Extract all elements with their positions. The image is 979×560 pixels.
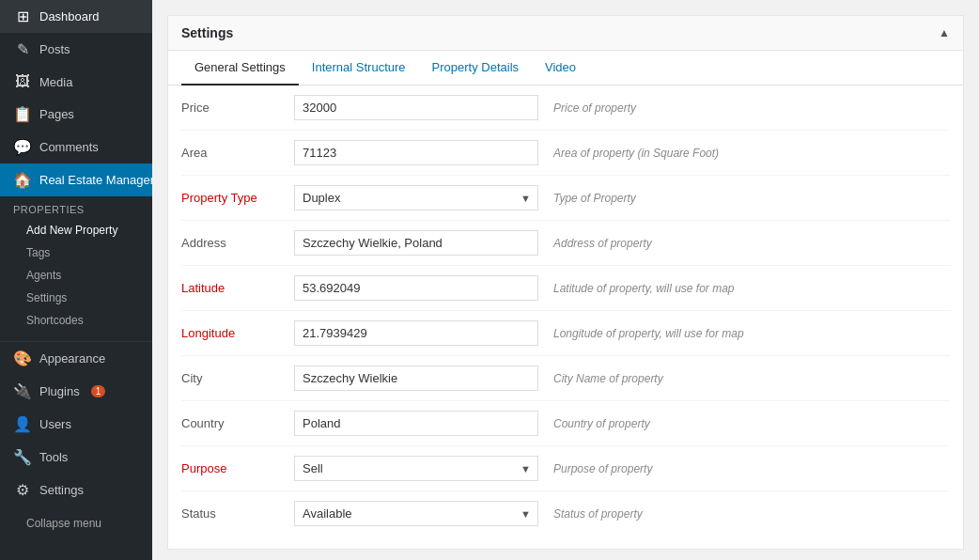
form-row-price: Price Price of property [181,86,950,131]
form-row-country: Country Country of property [181,401,950,446]
label-purpose: Purpose [181,461,294,475]
input-wrap-address [294,230,538,256]
hint-country: Country of property [553,417,950,430]
sidebar-item-label: Plugins [39,384,80,398]
main-content: Settings ▲ General Settings Internal Str… [152,0,979,560]
label-property-type: Property Type [181,191,294,205]
hint-city: City Name of property [553,372,950,385]
settings-icon: ⚙ [13,481,32,499]
sidebar-item-label: Tools [39,450,68,464]
comments-icon: 💬 [13,138,32,156]
input-country[interactable] [294,411,538,436]
form-row-address: Address Address of property [181,221,950,266]
real-estate-icon: 🏠 [13,171,32,189]
properties-section-label: Properties [0,196,152,219]
tab-internal-structure[interactable]: Internal Structure [299,51,419,86]
plugins-icon: 🔌 [13,382,32,400]
sidebar-item-settings[interactable]: Settings [0,287,152,309]
collapse-icon[interactable]: ▲ [939,26,950,39]
input-latitude[interactable] [294,275,538,301]
label-price: Price [181,101,294,115]
sidebar-item-tools[interactable]: 🔧 Tools [0,441,152,474]
settings-panel: Settings ▲ General Settings Internal Str… [167,15,964,550]
input-city[interactable] [294,366,538,391]
form-row-property-type: Property Type Duplex Apartment Villa Stu… [181,176,950,221]
select-wrap-purpose: Sell Rent Lease ▼ [294,456,538,481]
sidebar-item-label: Users [39,417,71,431]
sidebar-item-real-estate[interactable]: 🏠 Real Estate Manager [0,163,152,196]
dashboard-icon: ⊞ [13,8,32,25]
hint-purpose: Purpose of property [553,462,950,475]
input-address[interactable] [294,230,538,256]
sidebar-item-add-new-property[interactable]: Add New Property [0,219,152,241]
form-row-status: Status Available Sold Pending ▼ Status o… [181,491,950,536]
sidebar-item-agents[interactable]: Agents [0,264,152,287]
sidebar-item-appearance[interactable]: 🎨 Appearance [0,342,152,375]
input-wrap-area [294,140,538,165]
sidebar-item-shortcodes[interactable]: Shortcodes [0,309,152,332]
input-area[interactable] [294,140,538,165]
select-wrap-property-type: Duplex Apartment Villa Studio ▼ [294,185,538,210]
hint-property-type: Type of Property [553,192,950,205]
form-row-purpose: Purpose Sell Rent Lease ▼ Purpose of pro… [181,446,950,491]
select-status[interactable]: Available Sold Pending [294,501,538,526]
input-wrap-latitude [294,275,538,301]
form-row-longitude: Longitude Longitude of property, will us… [181,311,950,356]
settings-header: Settings ▲ [168,16,963,51]
sidebar-item-label: Pages [39,107,74,121]
tab-general-settings[interactable]: General Settings [181,51,299,86]
settings-panel-title: Settings [181,25,233,40]
label-longitude: Longitude [181,326,294,340]
label-status: Status [181,506,294,521]
select-property-type[interactable]: Duplex Apartment Villa Studio [294,185,538,210]
settings-tabs: General Settings Internal Structure Prop… [168,51,963,86]
sidebar-item-label: Appearance [39,351,105,366]
hint-latitude: Latitude of property, will use for map [553,282,950,295]
sidebar-item-media[interactable]: 🖼 Media [0,66,152,98]
input-wrap-country [294,411,538,436]
input-wrap-price [294,95,538,120]
label-city: City [181,371,294,385]
sidebar-item-tags[interactable]: Tags [0,241,152,264]
input-wrap-longitude [294,320,538,346]
hint-price: Price of property [553,101,950,115]
tab-video[interactable]: Video [532,51,589,86]
input-price[interactable] [294,95,538,120]
input-wrap-city [294,366,538,391]
sidebar-item-label: Comments [39,140,99,154]
tab-property-details[interactable]: Property Details [419,51,532,86]
form-row-area: Area Area of property (in Square Foot) [181,131,950,176]
form-row-latitude: Latitude Latitude of property, will use … [181,266,950,311]
sidebar-item-settings-bottom[interactable]: ⚙ Settings [0,474,152,506]
form-content: Price Price of property Area Area of pro… [168,86,963,549]
select-purpose[interactable]: Sell Rent Lease [294,456,538,481]
hint-longitude: Longitude of property, will use for map [553,327,950,340]
label-country: Country [181,416,294,430]
label-address: Address [181,236,294,250]
sidebar-item-label: Posts [39,42,70,56]
posts-icon: ✎ [13,40,32,58]
select-wrap-status: Available Sold Pending ▼ [294,501,538,526]
sidebar-item-comments[interactable]: 💬 Comments [0,131,152,163]
appearance-icon: 🎨 [13,350,32,367]
sidebar-item-posts[interactable]: ✎ Posts [0,33,152,66]
media-icon: 🖼 [13,73,32,90]
hint-address: Address of property [553,237,950,250]
sidebar-item-dashboard[interactable]: ⊞ Dashboard [0,0,152,33]
sidebar-item-users[interactable]: 👤 Users [0,408,152,441]
pages-icon: 📋 [13,105,32,123]
sidebar-item-label: Media [39,75,72,89]
sidebar-item-label: Dashboard [39,9,100,23]
hint-status: Status of property [553,507,950,521]
label-area: Area [181,146,294,160]
sidebar-item-pages[interactable]: 📋 Pages [0,98,152,131]
tools-icon: 🔧 [13,448,32,466]
form-row-city: City City Name of property [181,356,950,401]
label-latitude: Latitude [181,281,294,295]
sidebar-item-plugins[interactable]: 🔌 Plugins 1 [0,375,152,408]
input-longitude[interactable] [294,320,538,346]
sidebar: ⊞ Dashboard ✎ Posts 🖼 Media 📋 Pages 💬 Co… [0,0,152,560]
hint-area: Area of property (in Square Foot) [553,147,950,160]
sidebar-collapse[interactable]: Collapse menu [0,512,152,535]
sidebar-item-label: Settings [39,483,84,497]
